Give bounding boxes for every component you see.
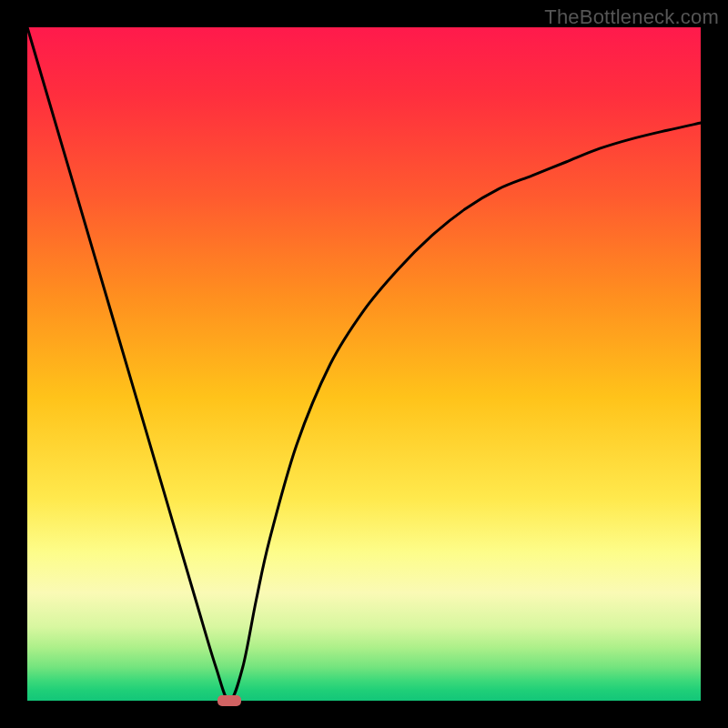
min-marker	[217, 695, 241, 706]
plot-area	[27, 27, 701, 701]
chart-svg	[27, 27, 701, 701]
watermark-text: TheBottleneck.com	[544, 5, 719, 29]
chart-frame: TheBottleneck.com	[0, 0, 728, 728]
series-curve	[27, 27, 701, 701]
